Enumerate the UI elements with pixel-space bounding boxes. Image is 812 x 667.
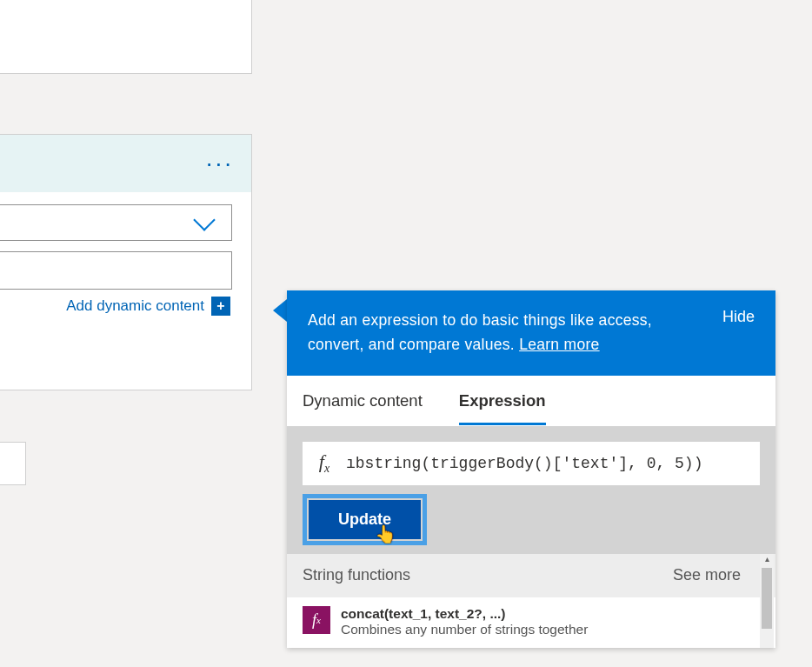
functions-list: String functions See more fx concat(text… (287, 554, 775, 648)
function-description: Combines any number of strings together (341, 622, 588, 637)
chevron-down-icon (193, 209, 215, 230)
action-card-previous (0, 0, 252, 74)
add-dynamic-content-icon[interactable]: + (211, 297, 230, 316)
expression-panel: Add an expression to do basic things lik… (287, 290, 775, 648)
fx-area: fx ıbstring(triggerBody()['text'], 0, 5)… (287, 426, 775, 554)
update-highlight: Update 👆 (303, 494, 427, 545)
function-item-concat[interactable]: fx concat(text_1, text_2?, ...) Combines… (287, 597, 775, 648)
fx-icon: fx (303, 606, 330, 634)
learn-more-link[interactable]: Learn more (519, 336, 600, 353)
expression-header-text: Add an expression to do basic things lik… (308, 308, 652, 357)
action-card-body: Add dynamic content + (0, 192, 251, 328)
update-button[interactable]: Update (309, 500, 421, 539)
add-dynamic-content-link[interactable]: Add dynamic content (66, 297, 204, 315)
text-input-field[interactable] (0, 251, 232, 290)
tab-dynamic-content[interactable]: Dynamic content (303, 391, 423, 425)
function-signature: concat(text_1, text_2?, ...) (341, 606, 588, 622)
see-more-link[interactable]: See more (673, 566, 741, 584)
expression-tabs: Dynamic content Expression (287, 376, 775, 426)
hide-button[interactable]: Hide (722, 308, 755, 357)
update-row: Update 👆 (303, 485, 760, 554)
dropdown-field[interactable] (0, 204, 232, 241)
tab-expression[interactable]: Expression (459, 391, 546, 425)
scrollbar[interactable]: ▴ (760, 554, 774, 648)
scroll-thumb[interactable] (762, 568, 772, 629)
fx-icon: fx (303, 450, 346, 476)
expression-header-line2: convert, and compare values. (308, 336, 515, 353)
expression-header-line1: Add an expression to do basic things lik… (308, 311, 652, 329)
scroll-up-icon[interactable]: ▴ (760, 554, 774, 568)
action-card: ··· Add dynamic content + (0, 134, 252, 390)
string-functions-label: String functions (303, 566, 410, 584)
action-card-next (0, 442, 26, 485)
functions-group-header: String functions See more (287, 554, 775, 597)
callout-pointer (273, 299, 287, 322)
add-dynamic-content-row: Add dynamic content + (0, 297, 232, 316)
fx-input-row: fx ıbstring(triggerBody()['text'], 0, 5)… (303, 442, 760, 485)
expression-input[interactable]: ıbstring(triggerBody()['text'], 0, 5)) (346, 455, 760, 472)
action-card-header: ··· (0, 135, 251, 192)
function-text: concat(text_1, text_2?, ...) Combines an… (341, 606, 588, 637)
expression-header: Add an expression to do basic things lik… (287, 290, 775, 376)
